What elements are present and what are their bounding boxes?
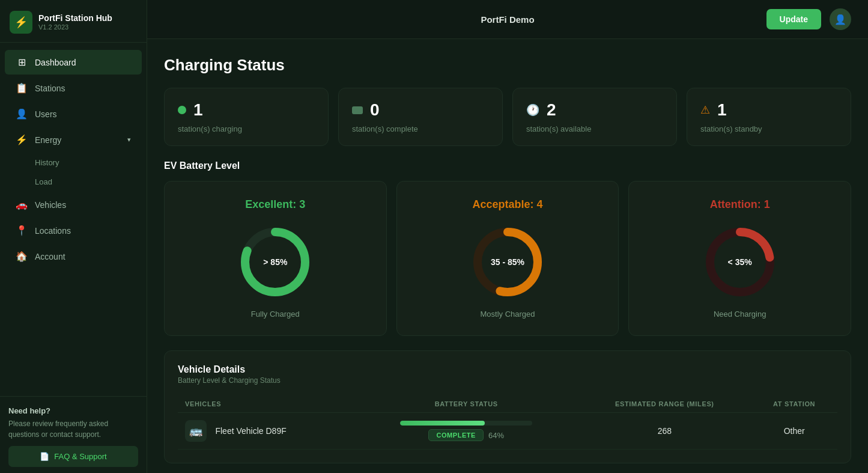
stat-available: 🕐 2 station(s) available xyxy=(512,88,677,146)
update-button[interactable]: Update xyxy=(766,9,821,29)
vehicles-icon: 🚗 xyxy=(16,199,28,210)
header-title: PortFi Demo xyxy=(481,14,534,25)
sidebar-navigation: ⊞ Dashboard 📋 Stations 👤 Users ⚡ Energy … xyxy=(0,43,147,396)
excellent-sublabel: Fully Charged xyxy=(251,310,300,319)
main-area: PortFi Demo Update 👤 Charging Status 1 s… xyxy=(147,0,868,473)
standby-indicator: ⚠ xyxy=(700,103,710,117)
battery-bar-fill xyxy=(400,421,485,426)
attention-label: Attention: 1 xyxy=(710,198,770,211)
battery-bar-bg xyxy=(400,421,532,426)
locations-icon: 📍 xyxy=(16,225,28,236)
col-battery-status: BATTERY STATUS xyxy=(354,395,578,413)
sidebar-item-users[interactable]: 👤 Users xyxy=(5,102,142,126)
app-version: V1.2 2023 xyxy=(38,23,112,31)
faq-support-button[interactable]: 📄 FAQ & Support xyxy=(8,446,138,467)
header-actions: Update 👤 xyxy=(535,8,851,30)
sidebar-label-history: History xyxy=(35,158,59,167)
battery-section-title: EV Battery Level xyxy=(164,160,851,171)
complete-count: 0 xyxy=(370,100,380,120)
battery-card-excellent: Excellent: 3 > 85% Fully Charged xyxy=(164,181,387,336)
dashboard-icon: ⊞ xyxy=(16,56,28,68)
available-label: station(s) available xyxy=(526,124,663,133)
user-avatar[interactable]: 👤 xyxy=(830,8,851,30)
battery-card-acceptable: Acceptable: 4 35 - 85% Mostly Charged xyxy=(396,181,619,336)
sidebar-label-account: Account xyxy=(35,252,131,261)
standby-label: station(s) standby xyxy=(700,124,837,133)
station-value: Other xyxy=(784,426,805,436)
energy-icon: ⚡ xyxy=(16,134,28,145)
battery-bar-wrap: COMPLETE 64% xyxy=(362,421,571,441)
account-icon: 🏠 xyxy=(16,251,28,262)
battery-row: Excellent: 3 > 85% Fully Charged Accepta… xyxy=(164,181,851,336)
vehicle-details-section: Vehicle Details Battery Level & Charging… xyxy=(164,350,851,463)
vehicle-details-subtitle: Battery Level & Charging Status xyxy=(178,376,837,385)
app-logo: ⚡ PortFi Station Hub V1.2 2023 xyxy=(0,0,147,43)
sidebar-help: Need help? Please review frequently aske… xyxy=(0,396,147,474)
charging-label: station(s) charging xyxy=(178,124,315,133)
complete-indicator xyxy=(352,106,363,114)
sidebar-item-energy[interactable]: ⚡ Energy ▾ xyxy=(5,127,142,152)
stat-charging: 1 station(s) charging xyxy=(164,88,329,146)
excellent-center-text: > 85% xyxy=(263,257,287,267)
attention-center-text: < 35% xyxy=(728,257,752,267)
acceptable-label: Acceptable: 4 xyxy=(472,198,542,211)
available-indicator: 🕐 xyxy=(526,103,539,117)
sidebar-item-history[interactable]: History xyxy=(5,153,142,172)
range-value: 268 xyxy=(658,426,672,436)
excellent-label: Excellent: 3 xyxy=(245,198,305,211)
sidebar-label-stations: Stations xyxy=(35,84,131,93)
app-name: PortFi Station Hub xyxy=(38,13,112,23)
charging-count: 1 xyxy=(193,100,203,120)
standby-count: 1 xyxy=(717,100,727,120)
sidebar-item-locations[interactable]: 📍 Locations xyxy=(5,218,142,243)
logo-icon: ⚡ xyxy=(10,11,32,34)
attention-donut: < 35% xyxy=(701,223,779,301)
available-count: 2 xyxy=(547,100,556,120)
faq-icon: 📄 xyxy=(40,452,49,461)
acceptable-center-text: 35 - 85% xyxy=(491,257,524,267)
sidebar: ⚡ PortFi Station Hub V1.2 2023 ⊞ Dashboa… xyxy=(0,0,147,473)
sidebar-label-energy: Energy xyxy=(35,135,120,145)
acceptable-donut: 35 - 85% xyxy=(469,223,547,301)
vehicle-name: Fleet Vehicle D89F xyxy=(215,426,286,436)
help-body: Please review frequently asked questions… xyxy=(8,420,108,439)
battery-card-attention: Attention: 1 < 35% Need Charging xyxy=(628,181,851,336)
stats-row: 1 station(s) charging 0 station(s) compl… xyxy=(164,88,851,146)
stat-standby: ⚠ 1 station(s) standby xyxy=(687,88,851,146)
col-range: ESTIMATED RANGE (MILES) xyxy=(578,395,751,413)
sidebar-label-load: Load xyxy=(35,177,52,186)
col-vehicles: VEHICLES xyxy=(178,395,354,413)
help-title: Need help? xyxy=(8,405,138,417)
vehicle-icon: 🚌 xyxy=(185,420,207,442)
stat-complete: 0 station(s) complete xyxy=(338,88,503,146)
page-title: Charging Status xyxy=(164,56,851,75)
header: PortFi Demo Update 👤 xyxy=(147,0,868,39)
sidebar-item-stations[interactable]: 📋 Stations xyxy=(5,76,142,100)
vehicle-details-title: Vehicle Details xyxy=(178,364,837,375)
charging-indicator xyxy=(178,106,186,114)
sidebar-item-load[interactable]: Load xyxy=(5,172,142,191)
battery-pct: 64% xyxy=(488,431,504,440)
sidebar-label-locations: Locations xyxy=(35,226,131,236)
acceptable-sublabel: Mostly Charged xyxy=(480,310,535,319)
sidebar-label-users: Users xyxy=(35,109,131,119)
sidebar-item-account[interactable]: 🏠 Account xyxy=(5,244,142,269)
excellent-donut: > 85% xyxy=(236,223,314,301)
sidebar-item-dashboard[interactable]: ⊞ Dashboard xyxy=(5,50,142,75)
col-station: AT STATION xyxy=(751,395,837,413)
attention-sublabel: Need Charging xyxy=(714,310,766,319)
sidebar-label-vehicles: Vehicles xyxy=(35,200,131,210)
faq-label: FAQ & Support xyxy=(54,452,106,461)
page-content: Charging Status 1 station(s) charging 0 … xyxy=(147,39,868,473)
vehicle-table: VEHICLES BATTERY STATUS ESTIMATED RANGE … xyxy=(178,395,837,450)
sidebar-item-vehicles[interactable]: 🚗 Vehicles xyxy=(5,192,142,217)
table-row: 🚌 Fleet Vehicle D89F COMPLETE 64% xyxy=(178,413,837,450)
sidebar-label-dashboard: Dashboard xyxy=(35,58,131,67)
users-icon: 👤 xyxy=(16,108,28,120)
complete-label: station(s) complete xyxy=(352,124,489,133)
status-badge: COMPLETE xyxy=(428,429,484,441)
stations-icon: 📋 xyxy=(16,82,28,94)
chevron-down-icon: ▾ xyxy=(127,136,131,144)
